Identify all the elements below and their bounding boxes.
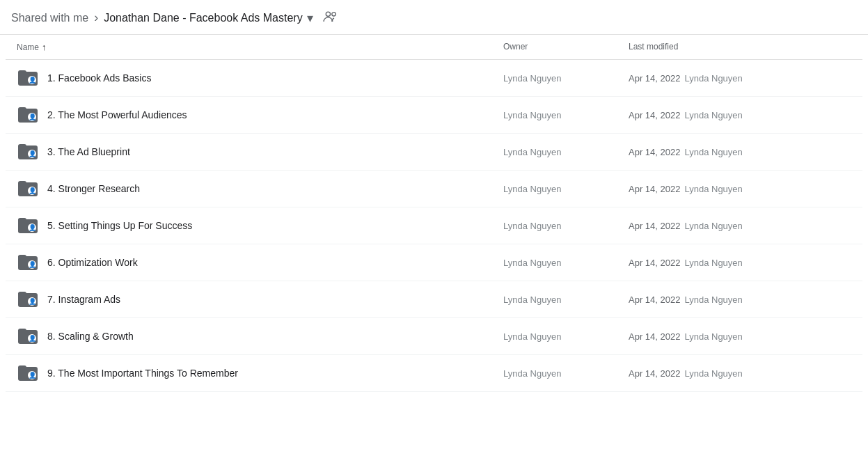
modified-user: Lynda Nguyen <box>684 294 742 305</box>
cell-modified: Apr 14, 2022 Lynda Nguyen <box>629 110 851 120</box>
item-name: 6. Optimization Work <box>47 257 138 268</box>
shared-with-me-link[interactable]: Shared with me <box>11 12 88 24</box>
item-name: 8. Scaling & Growth <box>47 331 134 342</box>
cell-modified: Apr 14, 2022 Lynda Nguyen <box>629 147 851 157</box>
cell-owner: Lynda Nguyen <box>503 110 629 120</box>
folder-icon-wrap: 👤 <box>17 362 39 384</box>
modified-user: Lynda Nguyen <box>684 73 742 84</box>
person-badge-icon: 👤 <box>29 114 36 120</box>
table-body: 👤 1. Facebook Ads Basics Lynda Nguyen Ap… <box>6 60 862 392</box>
table-row[interactable]: 👤 3. The Ad Blueprint Lynda Nguyen Apr 1… <box>6 134 862 171</box>
sort-arrow-icon: ↑ <box>42 42 47 52</box>
table-row[interactable]: 👤 1. Facebook Ads Basics Lynda Nguyen Ap… <box>6 60 862 97</box>
shared-folder-icon: 👤 <box>18 107 38 123</box>
table-row[interactable]: 👤 8. Scaling & Growth Lynda Nguyen Apr 1… <box>6 318 862 355</box>
folder-icon-wrap: 👤 <box>17 141 39 163</box>
current-folder-label: Jonathan Dane - Facebook Ads Mastery <box>104 12 303 24</box>
person-badge-icon: 👤 <box>29 225 36 231</box>
cell-name: 👤 1. Facebook Ads Basics <box>17 67 503 89</box>
column-modified: Last modified <box>629 42 851 52</box>
cell-owner: Lynda Nguyen <box>503 294 629 305</box>
column-name[interactable]: Name ↑ <box>17 42 503 52</box>
folder-icon-wrap: 👤 <box>17 288 39 310</box>
item-name: 2. The Most Powerful Audiences <box>47 109 187 120</box>
modified-date: Apr 14, 2022 <box>629 368 680 379</box>
shared-people-icon <box>323 10 338 26</box>
modified-user: Lynda Nguyen <box>684 110 742 120</box>
folder-icon-wrap: 👤 <box>17 104 39 126</box>
breadcrumb: Shared with me › Jonathan Dane - Faceboo… <box>0 0 868 35</box>
person-badge-icon: 👤 <box>29 336 36 342</box>
table-row[interactable]: 👤 2. The Most Powerful Audiences Lynda N… <box>6 97 862 134</box>
modified-date: Apr 14, 2022 <box>629 258 680 268</box>
column-owner: Owner <box>503 42 629 52</box>
modified-date: Apr 14, 2022 <box>629 331 680 342</box>
modified-date: Apr 14, 2022 <box>629 110 680 120</box>
shared-folder-icon: 👤 <box>18 70 38 86</box>
cell-modified: Apr 14, 2022 Lynda Nguyen <box>629 294 851 305</box>
cell-name: 👤 6. Optimization Work <box>17 251 503 274</box>
person-badge-icon: 👤 <box>29 299 36 305</box>
folder-icon-wrap: 👤 <box>17 178 39 200</box>
cell-owner: Lynda Nguyen <box>503 184 629 194</box>
cell-owner: Lynda Nguyen <box>503 221 629 231</box>
cell-modified: Apr 14, 2022 Lynda Nguyen <box>629 258 851 268</box>
table-row[interactable]: 👤 9. The Most Important Things To Rememb… <box>6 355 862 392</box>
item-name: 1. Facebook Ads Basics <box>47 72 151 84</box>
folder-icon-wrap: 👤 <box>17 214 39 237</box>
cell-name: 👤 2. The Most Powerful Audiences <box>17 104 503 126</box>
modified-user: Lynda Nguyen <box>684 184 742 194</box>
item-name: 4. Stronger Research <box>47 183 140 194</box>
person-badge-icon: 👤 <box>29 77 36 84</box>
folder-icon-wrap: 👤 <box>17 325 39 347</box>
modified-user: Lynda Nguyen <box>684 368 742 379</box>
cell-owner: Lynda Nguyen <box>503 331 629 342</box>
person-badge-icon: 👤 <box>29 151 36 157</box>
table-row[interactable]: 👤 5. Setting Things Up For Success Lynda… <box>6 207 862 244</box>
shared-folder-icon: 👤 <box>18 144 38 159</box>
item-name: 7. Instagram Ads <box>47 294 120 305</box>
cell-owner: Lynda Nguyen <box>503 368 629 379</box>
cell-name: 👤 8. Scaling & Growth <box>17 325 503 347</box>
shared-folder-icon: 👤 <box>18 218 38 233</box>
table-header: Name ↑ Owner Last modified <box>6 35 862 60</box>
current-folder[interactable]: Jonathan Dane - Facebook Ads Mastery ▾ <box>104 10 313 26</box>
svg-point-0 <box>326 12 330 16</box>
person-badge-icon: 👤 <box>29 262 36 268</box>
shared-folder-icon: 👤 <box>18 365 38 381</box>
modified-user: Lynda Nguyen <box>684 331 742 342</box>
cell-modified: Apr 14, 2022 Lynda Nguyen <box>629 73 851 84</box>
cell-modified: Apr 14, 2022 Lynda Nguyen <box>629 221 851 231</box>
cell-name: 👤 4. Stronger Research <box>17 178 503 200</box>
shared-folder-icon: 👤 <box>18 329 38 344</box>
table-row[interactable]: 👤 7. Instagram Ads Lynda Nguyen Apr 14, … <box>6 281 862 318</box>
folder-icon-wrap: 👤 <box>17 67 39 89</box>
modified-user: Lynda Nguyen <box>684 221 742 231</box>
modified-date: Apr 14, 2022 <box>629 184 680 194</box>
modified-date: Apr 14, 2022 <box>629 221 680 231</box>
cell-owner: Lynda Nguyen <box>503 73 629 84</box>
modified-date: Apr 14, 2022 <box>629 147 680 157</box>
breadcrumb-separator: › <box>94 10 98 25</box>
shared-folder-icon: 👤 <box>18 255 38 270</box>
shared-folder-icon: 👤 <box>18 181 38 196</box>
cell-name: 👤 3. The Ad Blueprint <box>17 141 503 163</box>
cell-modified: Apr 14, 2022 Lynda Nguyen <box>629 184 851 194</box>
chevron-down-icon: ▾ <box>307 10 313 26</box>
modified-user: Lynda Nguyen <box>684 258 742 268</box>
cell-name: 👤 9. The Most Important Things To Rememb… <box>17 362 503 384</box>
cell-modified: Apr 14, 2022 Lynda Nguyen <box>629 368 851 379</box>
item-name: 3. The Ad Blueprint <box>47 146 130 157</box>
item-name: 9. The Most Important Things To Remember <box>47 368 238 379</box>
cell-owner: Lynda Nguyen <box>503 258 629 268</box>
person-badge-icon: 👤 <box>29 372 36 379</box>
table-row[interactable]: 👤 4. Stronger Research Lynda Nguyen Apr … <box>6 171 862 207</box>
table-row[interactable]: 👤 6. Optimization Work Lynda Nguyen Apr … <box>6 244 862 281</box>
cell-name: 👤 5. Setting Things Up For Success <box>17 214 503 237</box>
shared-folder-icon: 👤 <box>18 292 38 307</box>
item-name: 5. Setting Things Up For Success <box>47 220 192 231</box>
cell-name: 👤 7. Instagram Ads <box>17 288 503 310</box>
folder-icon-wrap: 👤 <box>17 251 39 274</box>
file-table: Name ↑ Owner Last modified 👤 1. Facebook… <box>0 35 868 392</box>
modified-user: Lynda Nguyen <box>684 147 742 157</box>
